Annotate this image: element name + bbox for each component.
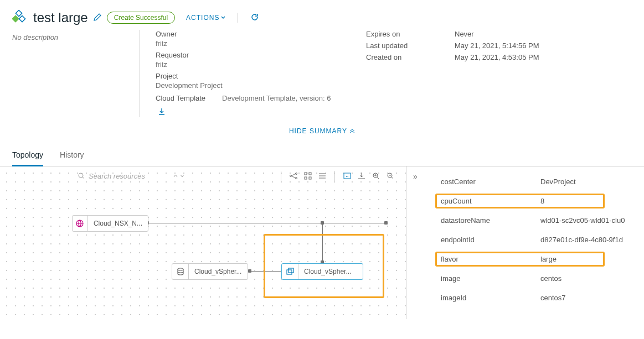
node-nsx[interactable]: Cloud_NSX_N...: [72, 215, 148, 232]
chevron-down-icon: [221, 15, 225, 20]
svg-rect-16: [287, 270, 292, 274]
owner-label: Owner: [156, 30, 366, 38]
requestor-value: fritz: [156, 60, 366, 69]
search-nav-icons[interactable]: [173, 173, 185, 179]
prop-datastorename: datastoreNamewld01-sc2vc05-wld01-clu0: [441, 216, 644, 225]
svg-rect-9: [305, 177, 307, 179]
zoom-out-icon[interactable]: [386, 171, 395, 180]
svg-rect-17: [288, 268, 293, 273]
fit-screen-icon[interactable]: [343, 171, 352, 180]
download-icon[interactable]: [158, 108, 366, 117]
updated-label: Last updated: [366, 41, 455, 50]
created-value: May 21, 2021, 4:53:05 PM: [455, 53, 539, 61]
vm-icon: [282, 264, 298, 279]
prop-costcenter: costCenterDevProject: [441, 178, 644, 186]
description: No description: [12, 30, 140, 117]
network-icon: [73, 216, 88, 231]
hide-summary-button[interactable]: HIDE SUMMARY: [0, 122, 644, 140]
project-label: Project: [156, 72, 366, 80]
tab-history[interactable]: History: [60, 146, 84, 166]
zoom-in-icon[interactable]: [372, 171, 380, 180]
svg-rect-8: [309, 173, 311, 175]
node-nsx-label: Cloud_NSX_N...: [88, 220, 148, 227]
svg-rect-0: [16, 10, 22, 16]
download-view-icon[interactable]: [357, 171, 366, 180]
hide-summary-label: HIDE SUMMARY: [289, 127, 347, 135]
tab-topology[interactable]: Topology: [12, 146, 43, 166]
divider: [238, 13, 238, 23]
collapse-panel-icon[interactable]: »: [413, 172, 418, 181]
svg-rect-10: [309, 177, 311, 179]
edit-icon[interactable]: [94, 13, 101, 23]
chevron-up-double-icon: [349, 129, 355, 134]
project-value: Development Project: [156, 81, 366, 90]
svg-rect-1: [12, 15, 18, 22]
node-datastore-label: Cloud_vSpher...: [189, 268, 247, 275]
deployment-icon: [12, 10, 28, 25]
prop-endpointid: endpointIdd827e01c-df9e-4c80-9f1d: [441, 236, 644, 244]
node-vm[interactable]: Cloud_vSpher...: [281, 263, 363, 280]
node-datastore[interactable]: Cloud_vSpher...: [172, 263, 248, 280]
canvas-search[interactable]: [78, 172, 185, 180]
storage-icon: [172, 264, 189, 279]
node-vm-label: Cloud_vSpher...: [298, 268, 357, 275]
actions-label: ACTIONS: [186, 14, 219, 22]
grid-view-icon[interactable]: [303, 171, 312, 180]
svg-point-3: [79, 173, 83, 178]
updated-value: May 21, 2021, 5:14:56 PM: [455, 41, 539, 50]
expires-value: Never: [455, 30, 474, 38]
list-view-icon[interactable]: [318, 171, 327, 180]
search-icon: [78, 172, 85, 180]
properties-panel: » costCenterDevProject cpuCount8 datasto…: [406, 166, 644, 319]
graph-view-icon[interactable]: [289, 171, 298, 180]
prop-flavor: flavorlarge: [441, 255, 644, 263]
template-label: Cloud Template: [156, 94, 205, 102]
requestor-label: Requestor: [156, 51, 366, 59]
topology-canvas[interactable]: Cloud_NSX_N... Cloud_vSpher... Cloud_vSp…: [0, 166, 406, 319]
created-label: Created on: [366, 53, 455, 61]
svg-rect-7: [305, 173, 307, 175]
svg-point-15: [178, 268, 183, 270]
expires-label: Expires on: [366, 30, 455, 38]
actions-dropdown[interactable]: ACTIONS: [186, 14, 225, 22]
status-badge: Create Successful: [107, 12, 175, 24]
template-value: Development Template, version: 6: [222, 94, 331, 102]
prop-cpucount: cpuCount8: [441, 197, 644, 205]
page-title: test large: [33, 10, 88, 25]
prop-image: imagecentos: [441, 274, 644, 283]
refresh-icon[interactable]: [250, 13, 259, 23]
search-input[interactable]: [89, 172, 166, 180]
prop-imageid: imageIdcentos7: [441, 294, 644, 302]
svg-rect-2: [19, 15, 25, 22]
owner-value: fritz: [156, 39, 366, 48]
